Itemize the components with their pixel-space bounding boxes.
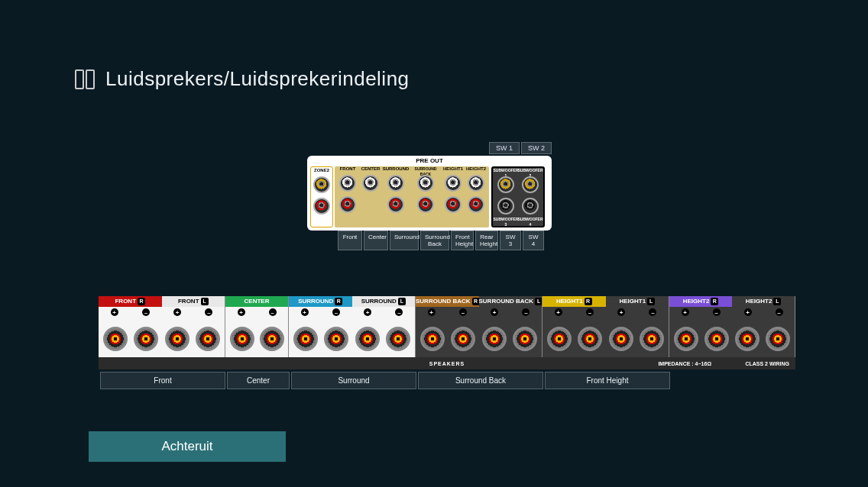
rca-jack [339, 196, 356, 213]
terminal-header-cell: FRONTL [162, 296, 225, 307]
assign-tab[interactable]: Front [100, 372, 225, 389]
binding-post [547, 327, 572, 351]
preout-col-label: HEIGHT1 [443, 166, 463, 173]
terminal-header-cell: HEIGHT2R [669, 296, 732, 307]
binding-post [324, 327, 348, 351]
preout-col-label: CENTER [361, 166, 381, 173]
terminal-header-cell: SURROUND BACKL [479, 296, 542, 307]
rca-jack [522, 176, 539, 193]
rca-jack [313, 176, 330, 193]
tab-center[interactable]: Center [364, 231, 388, 250]
preout-main-block: FRONT CENTER SURROUND SURROUND BACK [335, 166, 489, 227]
rca-jack [417, 175, 434, 192]
speaker-icon [75, 69, 95, 89]
tab-sw1[interactable]: SW 1 [489, 142, 520, 154]
preout-title: PRE OUT [307, 157, 552, 164]
rca-jack [522, 198, 539, 214]
tab-front-height[interactable]: Front Height [451, 231, 474, 250]
binding-post [735, 327, 760, 351]
binding-post [766, 327, 790, 351]
rca-jack [313, 198, 330, 214]
page-title: Luidsprekers/Luidsprekerindeling [105, 67, 410, 91]
binding-post [674, 327, 698, 351]
binding-post [386, 327, 410, 351]
tab-sw2[interactable]: SW 2 [521, 142, 552, 154]
terminal-header-cell: FRONTR [99, 296, 162, 307]
tab-front[interactable]: Front [338, 231, 362, 250]
binding-post [420, 327, 445, 351]
binding-post [355, 327, 380, 351]
back-button[interactable]: Achteruit [89, 431, 286, 462]
terminal-header-cell: SURROUNDL [352, 296, 416, 307]
binding-post [196, 327, 220, 351]
preout-col-label: HEIGHT2 [466, 166, 486, 173]
binding-post [165, 327, 189, 351]
rca-jack [497, 176, 514, 193]
preout-col-label: SUBWOOFER 4 [517, 217, 542, 223]
terminal-footer: SPEAKERS IMPEDANCE : 4~16Ω CLASS 2 WIRIN… [99, 357, 795, 369]
rca-jack [339, 175, 356, 192]
tab-sw3[interactable]: SW 3 [500, 231, 521, 250]
preout-col-label: SUBWOOFER 2 [517, 168, 542, 174]
preout-col-label: SUBWOOFER 1 [493, 168, 518, 174]
preout-zone2: ZONE2 [310, 166, 333, 227]
preout-col-label: FRONT [340, 166, 356, 173]
tab-sw4[interactable]: SW 4 [523, 231, 544, 250]
tab-rear-height[interactable]: Rear Height [475, 231, 498, 250]
assign-tab[interactable]: Front Height [545, 372, 670, 389]
rca-jack [445, 196, 462, 213]
binding-post [260, 327, 284, 351]
rca-jack [417, 196, 434, 213]
preout-col-label: SUBWOOFER 3 [493, 217, 518, 223]
binding-post [451, 327, 475, 351]
binding-post [704, 327, 729, 351]
rca-jack [445, 175, 462, 192]
zone2-label: ZONE2 [314, 168, 329, 174]
preout-col-label: SURROUND BACK [410, 166, 442, 173]
rca-jack [497, 198, 514, 214]
preout-bottom-tabs: Front Center Surround Surround Back Fron… [338, 231, 544, 250]
binding-post [640, 327, 664, 351]
impedance-label: IMPEDANCE : 4~16Ω [658, 361, 711, 366]
page-header: Luidsprekers/Luidsprekerindeling [75, 67, 410, 91]
assignment-tabs: FrontCenterSurroundSurround BackFront He… [100, 372, 670, 389]
tab-surround-back[interactable]: Surround Back [420, 231, 449, 250]
binding-post [482, 327, 507, 351]
binding-post [103, 327, 128, 351]
preout-panel: PRE OUT ZONE2 FRONT CENTER [307, 156, 552, 231]
rca-jack [387, 196, 404, 213]
preout-col-label: SURROUND [383, 166, 410, 173]
class-label: CLASS 2 WIRING [745, 361, 789, 366]
terminal-header-cell: SURROUNDR [289, 296, 352, 307]
tab-surround[interactable]: Surround [390, 231, 419, 250]
preout-subwoofer-block: SUBWOOFER 1 SUBWOOFER 3 SUBWOOFER 2 SUBW… [491, 166, 545, 227]
terminal-header-cell: HEIGHT1L [606, 296, 669, 307]
rca-jack [362, 175, 379, 192]
rca-jack [468, 175, 484, 192]
terminal-header-cell: HEIGHT1R [542, 296, 606, 307]
binding-post [609, 327, 633, 351]
assign-tab[interactable]: Surround [291, 372, 416, 389]
terminal-header-cell: HEIGHT2L [732, 296, 795, 307]
rca-jack [468, 196, 484, 213]
sw-top-tabs: SW 1 SW 2 [489, 142, 552, 154]
speaker-terminals: FRONTRFRONTL+–+–CENTER+–SURROUNDRSURROUN… [99, 296, 795, 369]
assign-tab[interactable]: Center [227, 372, 290, 389]
rca-jack [387, 175, 404, 192]
binding-post [513, 327, 537, 351]
binding-post [134, 327, 158, 351]
speakers-label: SPEAKERS [429, 361, 465, 366]
terminal-header-cell: SURROUND BACKR [416, 296, 479, 307]
binding-post [293, 327, 318, 351]
binding-post [578, 327, 602, 351]
terminal-header-cell: CENTER [225, 296, 288, 307]
assign-tab[interactable]: Surround Back [418, 372, 543, 389]
binding-post [230, 327, 254, 351]
